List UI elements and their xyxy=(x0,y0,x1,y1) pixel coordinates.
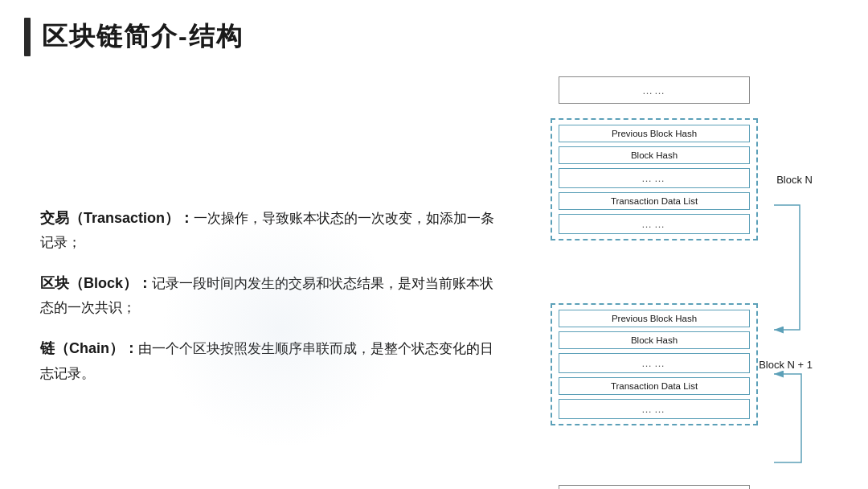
block-n-tx-ellipsis: …… xyxy=(559,214,750,234)
block-n-prev-hash: Previous Block Hash xyxy=(559,125,750,142)
top-ellipsis: …… xyxy=(559,76,750,104)
block-n1-prev-hash: Previous Block Hash xyxy=(559,310,750,327)
bottom-ellipsis: …… xyxy=(559,485,750,489)
bottom-block: …… xyxy=(559,485,750,489)
block-n1-tx-list: Transaction Data List xyxy=(559,377,750,395)
block-n1-label: Block N + 1 xyxy=(759,359,813,371)
main-content: 交易（Transaction）：一次操作，导致账本状态的一次改变，如添加一条记录… xyxy=(0,64,868,489)
page-title: 区块链简介-结构 xyxy=(42,19,244,55)
top-block: …… xyxy=(559,76,750,104)
term-block: 区块（Block）： xyxy=(40,275,152,291)
header: 区块链简介-结构 xyxy=(0,0,868,64)
block-n-tx-list: Transaction Data List xyxy=(559,192,750,210)
right-section: …… Previous Block Hash Block Hash …… Tra… xyxy=(530,64,868,489)
slide: 区块链简介-结构 交易（Transaction）：一次操作，导致账本状态的一次改… xyxy=(0,0,868,489)
block-n-inner: Previous Block Hash Block Hash …… Transa… xyxy=(551,118,758,240)
block-n1-ellipsis: …… xyxy=(559,353,750,373)
block-n1-container: Previous Block Hash Block Hash …… Transa… xyxy=(551,303,758,425)
block-n-container: Previous Block Hash Block Hash …… Transa… xyxy=(551,118,758,240)
block-n-ellipsis: …… xyxy=(559,168,750,188)
block-n-hash: Block Hash xyxy=(559,146,750,164)
term-chain: 链（Chain）： xyxy=(40,340,138,356)
block-n1-hash: Block Hash xyxy=(559,331,750,349)
block-n1-inner: Previous Block Hash Block Hash …… Transa… xyxy=(551,303,758,425)
block-n-label: Block N xyxy=(776,174,813,186)
block-n1-tx-ellipsis: …… xyxy=(559,399,750,419)
header-accent-bar xyxy=(24,18,31,56)
term-transaction: 交易（Transaction）： xyxy=(40,210,194,226)
blockchain-diagram: …… Previous Block Hash Block Hash …… Tra… xyxy=(542,68,848,489)
bg-decoration xyxy=(161,208,402,449)
